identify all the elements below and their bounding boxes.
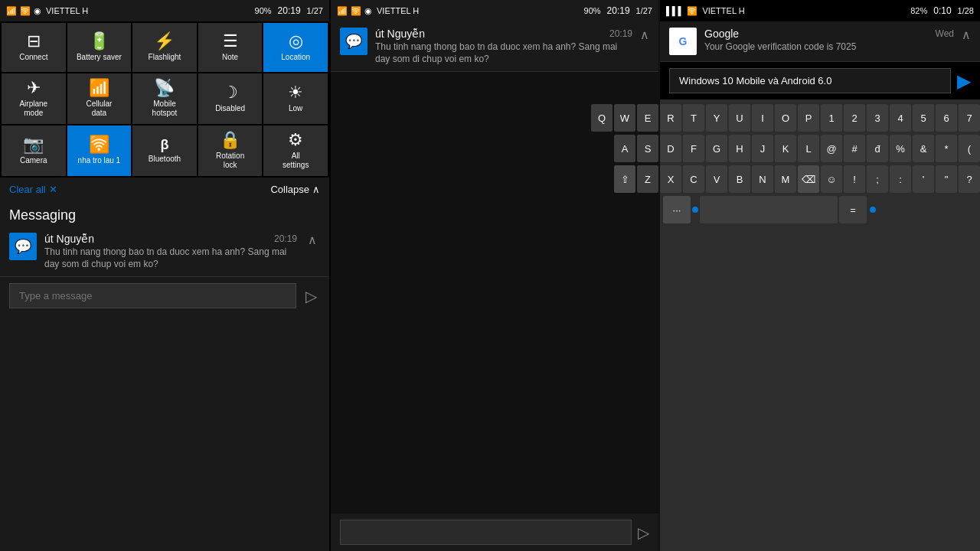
key-backspace-1[interactable]: ⌫ (798, 165, 819, 193)
middle-time: 20:19 (607, 5, 630, 16)
wifi-active-icon: 🛜 (89, 136, 109, 153)
tile-rotation[interactable]: 🔒 Rotationlock (198, 126, 263, 176)
settings-icon: ⚙ (288, 132, 303, 148)
key-dots[interactable]: ··· (663, 196, 691, 223)
tile-note[interactable]: ☰ Note (198, 23, 263, 72)
flashlight-icon: ⚡ (154, 33, 175, 50)
left-signal-icon: 📶 (6, 6, 17, 16)
key-lparen[interactable]: ( (959, 135, 980, 162)
tile-low[interactable]: ☀ Low (263, 73, 328, 124)
camera-icon: 📷 (23, 136, 44, 153)
key-5[interactable]: 5 (913, 104, 934, 132)
key-semicolon[interactable]: ; (867, 165, 888, 193)
middle-status-bar: 📶 🛜 ◉ VIETTEL H 90% 20:19 1/27 (331, 0, 658, 21)
key-star[interactable]: * (936, 135, 957, 162)
key-m[interactable]: M (775, 165, 796, 193)
key-question[interactable]: ? (959, 165, 980, 193)
left-notif-content: út Nguyễn 20:19 Thu tinh nang thong bao … (44, 233, 297, 270)
key-w[interactable]: W (614, 104, 635, 132)
key-d[interactable]: D (660, 135, 681, 162)
tile-camera[interactable]: 📷 Camera (2, 126, 66, 176)
key-apostrophe[interactable]: ' (913, 165, 934, 193)
key-exclaim[interactable]: ! (844, 165, 865, 193)
key-q[interactable]: Q (591, 104, 612, 132)
middle-chat-input[interactable] (340, 520, 632, 545)
tile-location[interactable]: ◎ Location (263, 23, 328, 72)
note-icon: ☰ (223, 33, 238, 50)
tile-bluetooth[interactable]: β Bluetooth (132, 126, 197, 176)
key-z[interactable]: Z (637, 165, 658, 193)
key-v[interactable]: V (706, 165, 727, 193)
key-u[interactable]: U (729, 104, 750, 132)
keyboard-row-3: ⇧ Z X C V B N M ⌫ ☺ ! ; : ' " ? / ⌫ (660, 164, 980, 194)
location-icon: ◎ (289, 33, 303, 50)
middle-chat-expand-icon[interactable]: ∧ (640, 28, 649, 42)
left-notif-time: 20:19 (274, 233, 297, 244)
tile-flashlight[interactable]: ⚡ Flashlight (132, 23, 197, 72)
key-3[interactable]: 3 (867, 104, 888, 132)
key-b[interactable]: B (729, 165, 750, 193)
key-hash[interactable]: # (844, 135, 865, 162)
key-6[interactable]: 6 (936, 104, 957, 132)
key-c[interactable]: C (683, 165, 704, 193)
key-y[interactable]: Y (706, 104, 727, 132)
key-1[interactable]: 1 (821, 104, 842, 132)
key-percent[interactable]: % (890, 135, 911, 162)
tile-connect[interactable]: ⊟ Connect (2, 23, 66, 72)
key-j[interactable]: J (752, 135, 773, 162)
keyboard-row-1: Q W E R T Y U I O P 1 2 3 4 5 6 7 8 9 0 (660, 103, 980, 133)
key-r[interactable]: R (660, 104, 681, 132)
key-d-stroke[interactable]: đ (867, 135, 888, 162)
tile-all-settings[interactable]: ⚙ Allsettings (263, 126, 328, 176)
key-f[interactable]: F (683, 135, 704, 162)
key-7[interactable]: 7 (959, 104, 980, 132)
key-l[interactable]: L (798, 135, 819, 162)
left-notif-expand-icon[interactable]: ∧ (305, 233, 320, 247)
key-space[interactable] (700, 196, 838, 223)
tile-disabled[interactable]: ☽ Disabled (198, 73, 263, 124)
key-at[interactable]: @ (821, 135, 842, 162)
middle-send-button[interactable]: ▷ (638, 523, 649, 542)
right-reply-input[interactable] (669, 68, 951, 93)
tile-airplane[interactable]: ✈ Airplanemode (2, 73, 66, 124)
tile-nha-tro[interactable]: 🛜 nha tro lau 1 (67, 126, 132, 176)
key-emoji[interactable]: ☺ (821, 165, 842, 193)
left-notification[interactable]: 💬 út Nguyễn 20:19 Thu tinh nang thong ba… (0, 227, 329, 277)
clear-all-button[interactable]: Clear all ✕ (9, 184, 57, 195)
left-message-input[interactable] (9, 283, 296, 308)
right-reply-send-button[interactable]: ▶ (957, 70, 971, 92)
key-g[interactable]: G (706, 135, 727, 162)
tile-cellular[interactable]: 📶 Cellulardata (67, 73, 132, 124)
key-a[interactable]: A (614, 135, 635, 162)
cellular-icon: 📶 (89, 80, 109, 96)
key-shift[interactable]: ⇧ (614, 165, 635, 193)
tile-hotspot[interactable]: 📡 Mobilehotspot (132, 73, 197, 124)
key-k[interactable]: K (775, 135, 796, 162)
collapse-button[interactable]: Collapse ∧ (270, 184, 320, 195)
left-send-button[interactable]: ▷ (302, 284, 320, 308)
key-p[interactable]: P (798, 104, 819, 132)
key-amp[interactable]: & (913, 135, 934, 162)
key-t[interactable]: T (683, 104, 704, 132)
tile-battery-saver[interactable]: 🔋 Battery saver (67, 23, 132, 72)
left-notif-message: Thu tinh nang thong bao tn da duoc xem h… (44, 246, 297, 270)
key-equals[interactable]: = (839, 196, 867, 223)
key-i[interactable]: I (752, 104, 773, 132)
google-header-top: Google Wed (704, 28, 954, 40)
key-o[interactable]: O (775, 104, 796, 132)
key-2[interactable]: 2 (844, 104, 865, 132)
bluetooth-icon: β (160, 138, 168, 152)
key-s[interactable]: S (637, 135, 658, 162)
key-colon[interactable]: : (890, 165, 911, 193)
key-x[interactable]: X (660, 165, 681, 193)
key-n[interactable]: N (752, 165, 773, 193)
tile-location-label: Location (281, 53, 310, 62)
key-quote[interactable]: " (936, 165, 957, 193)
key-h[interactable]: H (729, 135, 750, 162)
key-e[interactable]: E (637, 104, 658, 132)
google-expand-icon[interactable]: ∧ (962, 28, 971, 42)
middle-gps-icon: ◉ (364, 6, 372, 16)
left-message-input-row: ▷ (0, 277, 329, 315)
middle-carrier-info: 📶 🛜 ◉ VIETTEL H (337, 6, 419, 16)
key-4[interactable]: 4 (890, 104, 911, 132)
